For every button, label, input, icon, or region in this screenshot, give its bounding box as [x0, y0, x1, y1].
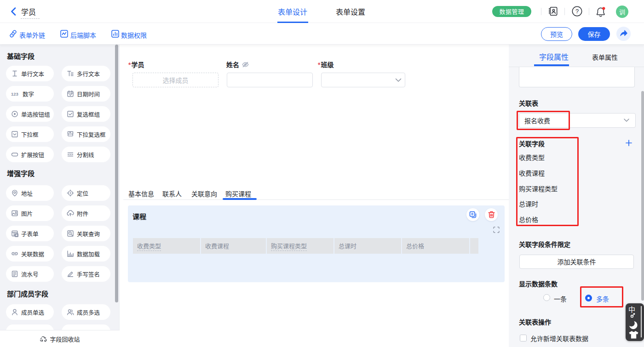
svg-text:?: ? [575, 8, 579, 15]
svg-text:123: 123 [11, 91, 18, 97]
